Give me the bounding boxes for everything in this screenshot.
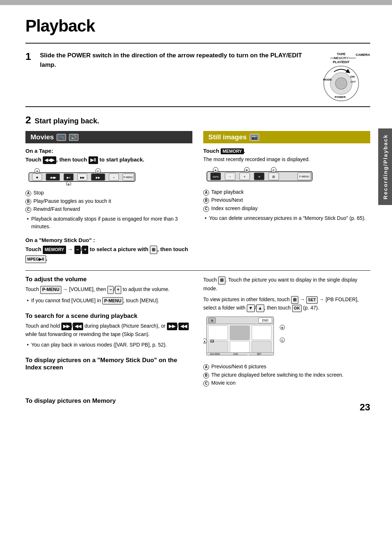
svg-text:▶▶: ▶▶ [96, 176, 101, 179]
still-circle-b: B [203, 198, 209, 204]
legend-b: BPlay/Pause toggles as you touch it [25, 197, 192, 205]
svg-point-8 [335, 78, 347, 89]
up-btn: ▲ [256, 304, 264, 312]
still-legend: ATape playback BPrevious/Next CIndex scr… [203, 188, 370, 212]
svg-text:◀◀▶: ◀◀▶ [50, 176, 57, 179]
volume-bullet1: If you cannot find [VOLUME] in P-MENU, t… [25, 297, 192, 304]
bottom-note: To display pictures on Memory [25, 396, 370, 406]
circle-a: A [25, 191, 31, 196]
svg-text:A: A [215, 169, 217, 172]
display-touch-text: Touch ⊞. Touch the picture you want to d… [203, 276, 370, 292]
mpeg-btn: MPEG▶II [25, 255, 46, 263]
index-screen-diagram: ⊞ END 🎞 101-0002 2/10 [203, 315, 370, 360]
still-bullet1: You can delete unnecessary pictures in a… [203, 214, 370, 222]
tab-label: Recording/Playback [382, 134, 388, 199]
rewind-btn: ◀◀▶ [43, 156, 56, 164]
divider-top [25, 43, 370, 44]
step2-number: 2 [25, 114, 31, 126]
legend-a: AStop [25, 189, 192, 197]
svg-text:END: END [262, 319, 269, 323]
ff-btn2: ▶▶ [167, 323, 177, 330]
power-switch-svg: TAPE MEMORY PLAY/EDIT CAMERA MODE ON OFF… [312, 51, 370, 102]
index-screen-svg: ⊞ END 🎞 101-0002 2/10 [203, 315, 290, 359]
still-legend-c-text: Index screen display [211, 204, 258, 212]
display-folder-text: To view pictures in other folders, touch… [203, 295, 370, 312]
lower-right: Touch ⊞. Touch the picture you want to d… [203, 276, 370, 389]
svg-text:2/10: 2/10 [233, 353, 238, 355]
svg-text:C: C [97, 170, 99, 173]
tape-bullets: Playback automatically stops if pause is… [25, 215, 192, 230]
still-label: Still images [208, 133, 247, 141]
svg-text:−: − [229, 175, 231, 179]
lower-left: To adjust the volume Touch P-MENU → [VOL… [25, 276, 192, 389]
index-circle-a: A [203, 364, 209, 370]
still-controls-diagram: TAPE − + ✕ ⊞ P-MENU A B C [203, 166, 370, 185]
thumbnail-btn: ⊞ [150, 246, 157, 254]
still-legend-a: ATape playback [203, 188, 370, 196]
svg-text:CAMERA: CAMERA [356, 53, 370, 57]
ok-btn: OK [292, 305, 302, 312]
svg-text:🎞: 🎞 [211, 340, 214, 343]
search-scene-text: Touch and hold ▶▶/◀◀ during playback (Pi… [25, 322, 192, 339]
circle-b: B [25, 199, 31, 205]
svg-text:TAPE: TAPE [212, 176, 219, 178]
svg-rect-64 [252, 341, 271, 352]
step1-text: Slide the POWER switch in the direction … [40, 51, 305, 69]
svg-text:B: B [68, 183, 70, 186]
rew-btn2: ◀◀ [179, 323, 189, 330]
svg-text:A: A [36, 170, 38, 173]
page-title: Playback [25, 16, 370, 36]
play-btn: ▶II [89, 156, 98, 164]
svg-rect-63 [230, 341, 250, 352]
index-legend-a: APrevious/Next 6 pictures [203, 363, 370, 370]
still-description: The most recently recorded image is disp… [203, 156, 370, 163]
search-bullet1: You can play back in various modes ([VAR… [25, 341, 192, 349]
still-header: Still images 📷 [203, 131, 370, 143]
lower-two-col: To adjust the volume Touch P-MENU → [VOL… [25, 276, 370, 389]
svg-text:✕: ✕ [258, 175, 261, 179]
svg-text:A: A [204, 340, 206, 343]
index-legend-c-text: Movie icon [211, 379, 236, 387]
still-legend-a-text: Tape playback [211, 188, 244, 196]
tape-controls-diagram: ■ ◀◀▶ ▶II ▶▶ ▶▶ + P-MENU A B C [25, 167, 192, 186]
set-btn: SET [306, 296, 318, 304]
svg-rect-60 [230, 326, 250, 340]
recording-playback-tab: Recording/Playback [378, 128, 392, 205]
still-bullets: You can delete unnecessary pictures in a… [203, 214, 370, 222]
bottom-note-text: To display pictures on Memory [25, 397, 116, 404]
svg-text:+: + [113, 176, 115, 179]
still-controls-svg: TAPE − + ✕ ⊞ P-MENU A B C [203, 166, 327, 185]
svg-text:B: B [281, 326, 283, 329]
legend-b-text: Play/Pause toggles as you touch it [33, 197, 111, 205]
svg-text:+: + [244, 175, 245, 179]
top-bar [0, 0, 392, 5]
step1-container: 1 Slide the POWER switch in the directio… [25, 51, 370, 103]
pmenu-btn1: P-MENU [40, 286, 61, 294]
svg-text:OFF: OFF [350, 80, 356, 83]
on-tape-heading: On a Tape: [25, 148, 192, 154]
svg-text:P-MENU: P-MENU [123, 176, 133, 179]
svg-text:🕐: 🕐 [247, 353, 250, 356]
section-divider [25, 270, 370, 271]
legend-c: CRewind/Fast forward [25, 205, 192, 213]
folder-btn: ⊞ [291, 296, 298, 304]
svg-text:⊞: ⊞ [211, 319, 213, 323]
divider-step2 [25, 106, 370, 107]
volume-bullets: If you cannot find [VOLUME] in P-MENU, t… [25, 297, 192, 304]
movies-icon2: 🔊 [69, 134, 78, 141]
tape-legend: AStop BPlay/Pause toggles as you touch i… [25, 189, 192, 213]
plus-btn: + [82, 246, 88, 254]
svg-text:▶▶: ▶▶ [80, 176, 85, 179]
circle-c: C [25, 207, 31, 213]
index-circle-b: B [203, 373, 209, 378]
step2-header: 2 Start playing back. [25, 114, 370, 126]
rew-btn: ◀◀ [73, 323, 83, 330]
pmenu-btn2: P-MENU [102, 297, 123, 304]
svg-text:PLAY/EDIT: PLAY/EDIT [333, 60, 350, 64]
step1-number: 1 [25, 51, 36, 62]
svg-text:■: ■ [36, 176, 38, 179]
index-circle-c: C [203, 381, 209, 386]
minus-btn: − [74, 246, 81, 254]
svg-text:101-0002: 101-0002 [210, 353, 220, 355]
svg-text:▶II: ▶II [67, 176, 70, 179]
